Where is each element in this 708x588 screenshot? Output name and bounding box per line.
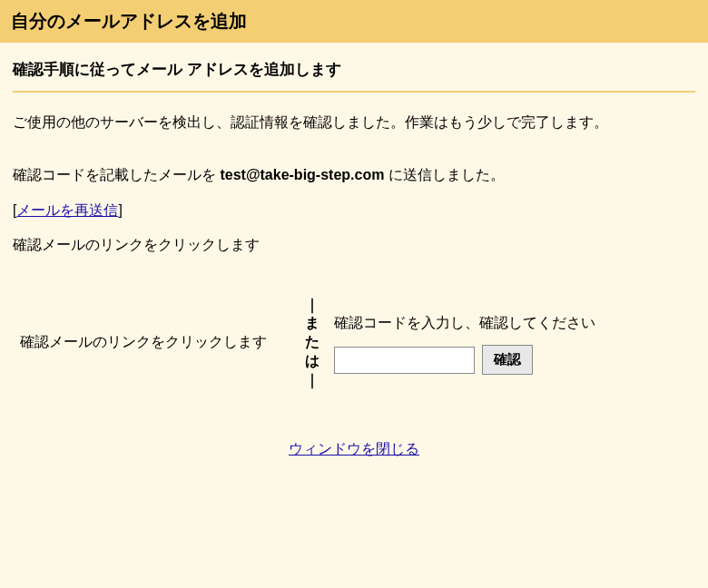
- or-divider: ｜ ま た は ｜: [301, 296, 323, 390]
- info-text-2-suffix: に送信しました。: [384, 167, 504, 182]
- info-text-2: 確認コードを記載したメールを test@take-big-step.com に送…: [13, 162, 695, 189]
- verify-section: 確認メールのリンクをクリックします ｜ ま た は ｜ 確認コードを入力し、確認…: [13, 296, 695, 390]
- divider-char-ma: ま: [305, 314, 320, 333]
- dialog-subtitle: 確認手順に従ってメール アドレスを追加します: [13, 59, 695, 93]
- email-address: test@take-big-step.com: [220, 167, 384, 182]
- divider-char-ta: た: [305, 333, 320, 352]
- dialog-content: 確認手順に従ってメール アドレスを追加します ご使用の他のサーバーを検出し、認証…: [0, 43, 708, 588]
- confirm-button[interactable]: 確認: [482, 345, 533, 375]
- code-input-row: 確認: [334, 345, 688, 375]
- resend-link[interactable]: メールを再送信: [16, 202, 118, 218]
- info-text-3: 確認メールのリンクをクリックします: [13, 231, 695, 259]
- close-link-wrap: ウィンドウを閉じる: [13, 440, 695, 459]
- dialog-header: 自分のメールアドレスを追加: [0, 0, 708, 43]
- info-text-2-prefix: 確認コードを記載したメールを: [13, 167, 220, 182]
- close-window-link[interactable]: ウィンドウを閉じる: [289, 441, 419, 456]
- bracket-close: ]: [118, 202, 122, 218]
- code-prompt: 確認コードを入力し、確認してください: [334, 310, 688, 337]
- divider-bar-top: ｜: [305, 296, 320, 315]
- divider-char-ha: は: [305, 352, 320, 371]
- info-text-1: ご使用の他のサーバーを検出し、認証情報を確認しました。作業はもう少しで完了します…: [13, 109, 695, 136]
- dialog-title: 自分のメールアドレスを追加: [11, 9, 697, 34]
- verification-code-input[interactable]: [334, 347, 475, 374]
- resend-line: [メールを再送信]: [13, 197, 695, 224]
- verify-left-text: 確認メールのリンクをクリックします: [20, 329, 301, 356]
- verify-right: 確認コードを入力し、確認してください 確認: [323, 310, 688, 376]
- divider-bar-bottom: ｜: [305, 371, 320, 390]
